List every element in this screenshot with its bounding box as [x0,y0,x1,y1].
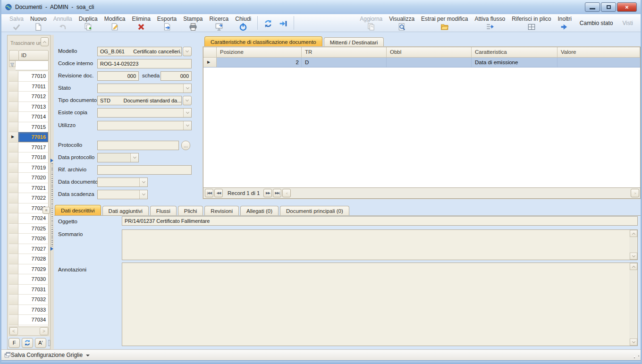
horizontal-scrollbar[interactable]: < > [9,327,49,336]
refresh-button[interactable] [261,15,276,31]
id-row[interactable]: 77010 [9,71,49,82]
splitter-grip-button[interactable]: ≡ [42,207,50,214]
scroll-up-button[interactable] [41,37,49,46]
id-row[interactable]: 77032 [9,295,49,305]
inoltri-button[interactable]: Inoltri [555,15,575,31]
revisione-doc-field[interactable]: 000 [97,71,139,81]
stato-combo[interactable]: A Attivo [97,84,192,93]
id-row[interactable]: 77035 [9,325,49,327]
id-row[interactable]: 77011 [9,82,49,92]
column-header-valore[interactable]: Valore [558,47,640,58]
id-row[interactable]: 77024 [9,213,49,224]
id-row[interactable]: 77022 [9,193,49,203]
chiudi-button[interactable]: Chiudi [232,15,254,31]
chevron-down-icon[interactable] [183,84,191,93]
prev-record-button[interactable]: ◀◀ [214,189,223,197]
id-row[interactable]: 77019 [9,163,49,173]
id-row[interactable]: 77029 [9,264,49,275]
modello-dropdown-button[interactable] [183,47,192,56]
chevron-down-icon[interactable] [139,178,147,186]
scroll-right-button[interactable]: > [40,327,48,335]
classification-row[interactable]: 2 D Data di emissione [203,58,640,68]
resize-grip[interactable] [634,353,639,359]
tab-allegati[interactable]: Allegati (0) [240,206,279,216]
id-row[interactable]: 77016 [9,132,49,143]
title-bar[interactable]: Documenti - ADMIN - soa_cli ✕ [1,0,641,14]
salva-button[interactable]: Salva [6,15,27,31]
id-row[interactable]: 77020 [9,173,49,183]
stampa-button[interactable]: Stampa [180,15,206,31]
scroll-left-button[interactable]: < [282,189,291,197]
first-record-button[interactable]: |◀◀ [205,189,213,197]
id-row[interactable]: 77014 [9,112,49,122]
restore-button[interactable] [601,2,616,12]
id-row[interactable]: 77028 [9,254,49,264]
protocollo-browse-button[interactable]: ... [181,141,190,150]
chevron-down-icon[interactable] [139,190,147,199]
refresh-list-button[interactable] [22,338,33,348]
annulla-button[interactable]: Annulla [50,15,76,31]
id-row[interactable]: 77021 [9,183,49,194]
id-row[interactable]: 77017 [9,143,49,153]
scroll-down-button[interactable] [630,253,637,260]
dropdown-arrow-icon[interactable] [86,355,90,356]
annotazioni-textarea[interactable] [122,262,638,346]
column-header-tr[interactable]: TR [302,47,387,58]
go-to-end-button[interactable] [276,15,291,31]
modifica-button[interactable]: Modifica [101,15,129,31]
id-row[interactable]: 77033 [9,305,49,315]
protocollo-field[interactable] [97,141,179,150]
id-row[interactable]: 77018 [9,152,49,163]
last-record-button[interactable]: ▶▶| [273,189,281,197]
tab-dati-descrittivi[interactable]: Dati descrittivi [55,205,101,216]
data-documento-combo[interactable]: 24/10/2014 [97,178,148,187]
close-button[interactable]: ✕ [617,2,637,12]
column-header-obbl[interactable]: Obbl [387,47,472,58]
scroll-left-button[interactable]: < [9,327,18,335]
chevron-down-icon[interactable] [183,109,191,117]
vertical-splitter[interactable] [51,35,54,349]
filter-input[interactable] [16,60,49,70]
codice-interno-field[interactable]: ROG-14-029223 [97,59,192,68]
id-row[interactable]: 77030 [9,274,49,285]
visualizza-button[interactable]: Visualizza [386,15,418,31]
chevron-down-icon[interactable] [183,121,191,130]
id-row[interactable]: 77031 [9,285,49,295]
rif-archivio-field[interactable] [97,165,192,175]
estrai-per-modifica-button[interactable]: Estrai per modifica [418,15,471,31]
tipo-documento-combo[interactable]: STD Documenti standard da... [97,96,182,105]
id-row[interactable]: 77025 [9,224,49,234]
column-header-posizione[interactable]: Posizione [217,47,302,58]
id-row[interactable]: 77013 [9,102,49,112]
tab-caratteristiche[interactable]: Caratteristiche di classificazione docum… [204,36,322,47]
filter-f-button[interactable]: F [8,338,20,348]
cambio-stato-button[interactable]: Cambio stato [575,15,618,31]
aggiorna-button[interactable]: Aggiorna [356,15,386,31]
tab-revisioni[interactable]: Revisioni [204,206,239,216]
data-scadenza-combo[interactable]: 22/04/2015 [97,190,148,199]
attiva-flusso-button[interactable]: Attiva flusso [471,15,508,31]
scheda-field[interactable]: 000 [160,71,192,81]
nuovo-button[interactable]: Nuovo [27,15,50,31]
minimize-button[interactable] [585,2,600,12]
scroll-up-button[interactable] [630,230,637,237]
next-record-button[interactable]: ▶▶ [263,189,272,197]
id-row[interactable]: 77012 [9,92,49,102]
font-a-button[interactable]: A' [35,338,46,348]
sidebar-checkbox[interactable] [48,340,50,346]
scroll-up-button[interactable] [630,263,637,270]
tipo-documento-dropdown-button[interactable] [183,96,192,105]
id-row[interactable]: 77015 [9,122,49,133]
riferisci-in-plico-button[interactable]: Riferisci in plico [508,15,554,31]
scrollbar-track[interactable] [629,263,637,345]
ricerca-button[interactable]: Ricerca [206,15,232,31]
visti-button[interactable]: Visti [618,15,638,31]
id-row[interactable]: 77027 [9,244,49,254]
column-header-caratteristica[interactable]: Caratteristica [472,47,558,58]
tab-dati-aggiuntivi[interactable]: Dati aggiuntivi [102,206,149,216]
tab-plichi[interactable]: Plichi [178,206,203,216]
tab-documenti-principali[interactable]: Documenti principali (0) [280,206,349,216]
tab-flussi[interactable]: Flussi [150,206,177,216]
data-protocollo-combo[interactable] [97,153,139,162]
utilizzo-combo[interactable]: I Ingresso [97,121,192,130]
